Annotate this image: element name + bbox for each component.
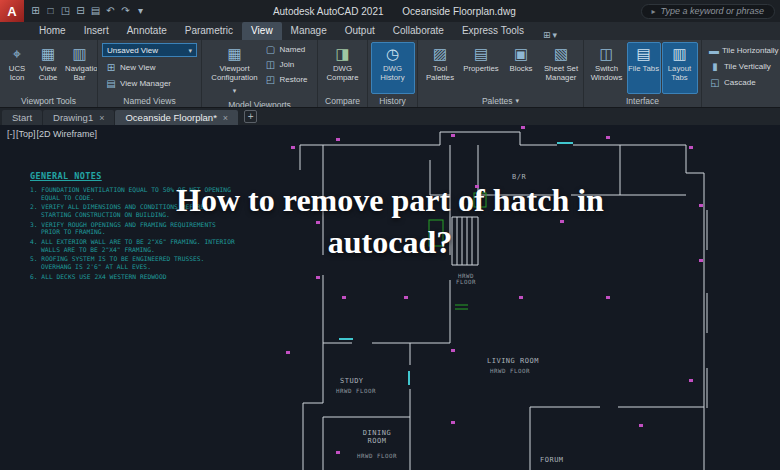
dwg-history-icon: ◷	[386, 45, 399, 62]
sheet-set-manager-button[interactable]: ▧ Sheet Set Manager	[541, 42, 581, 94]
button-label: Viewport Configuration	[209, 64, 259, 82]
tile-vertically-button[interactable]: ▮ Tile Vertically	[706, 59, 776, 74]
dwg-compare-button[interactable]: ◨ DWG Compare	[321, 42, 365, 94]
properties-button[interactable]: ▤ Properties	[461, 42, 501, 94]
panel-compare: ◨ DWG Compare Compare	[318, 40, 368, 107]
panel-viewport-tools: ⌖ UCS Icon ▦ View Cube ▥ Navigation Bar …	[0, 40, 98, 107]
button-label: DWG History	[372, 64, 414, 82]
quick-access-toolbar: ⊞ □ ◳ ⊟ ▤ ↶ ↷ ▾	[28, 0, 148, 22]
tab-insert[interactable]: Insert	[75, 22, 118, 40]
tab-home[interactable]: Home	[30, 22, 75, 40]
view-cube-button[interactable]: ▦ View Cube	[33, 42, 63, 94]
search-box[interactable]: ▸ Type a keyword or phrase	[641, 4, 775, 19]
tab-express-tools[interactable]: Express Tools	[453, 22, 533, 40]
navigation-bar-button[interactable]: ▥ Navigation Bar	[64, 42, 95, 94]
room-label-living: LIVING ROOM	[487, 357, 539, 365]
sheet-set-manager-icon: ▧	[554, 45, 568, 62]
undo-icon[interactable]: ↶	[103, 0, 118, 22]
viewport-menu-control[interactable]: [-]	[7, 129, 15, 139]
button-label: Tool Palettes	[421, 64, 459, 82]
close-icon[interactable]: ×	[223, 113, 228, 123]
ucs-icon-button[interactable]: ⌖ UCS Icon	[2, 42, 32, 94]
tab-manage[interactable]: Manage	[282, 22, 336, 40]
panel-label-text: History	[379, 96, 405, 106]
dwg-history-button[interactable]: ◷ DWG History	[371, 42, 415, 94]
panel-interface: ◫ Switch Windows ▤ File Tabs ▥ Layout Ta…	[584, 40, 702, 107]
room-label-forum: FORUM	[540, 456, 564, 464]
panel-model-viewports: ▦ Viewport Configuration ▾ ▢ Named ◫ Joi…	[202, 40, 318, 107]
join-viewport-button[interactable]: ◫ Join	[261, 57, 310, 72]
viewport-configuration-button[interactable]: ▦ Viewport Configuration ▾	[208, 42, 260, 100]
ribbon: ⌖ UCS Icon ▦ View Cube ▥ Navigation Bar …	[0, 40, 780, 108]
drawing-canvas[interactable]: [-] [Top] [2D Wireframe] GENERAL NOTES 1…	[0, 125, 780, 470]
ucs-icon: ⌖	[13, 45, 21, 62]
button-label: Navigation Bar	[65, 64, 94, 82]
button-label: Layout Tabs	[663, 64, 697, 82]
layout-tabs-button[interactable]: ▥ Layout Tabs	[662, 42, 698, 94]
panel-label-named-views[interactable]: Named Views	[98, 94, 201, 107]
redo-icon[interactable]: ↷	[118, 0, 133, 22]
file-tab-drawing1[interactable]: Drawing1 ×	[43, 110, 114, 125]
panel-label-model-viewports[interactable]: Model Viewports	[202, 100, 317, 107]
panel-label-interface[interactable]: Interface	[584, 94, 701, 107]
tab-output[interactable]: Output	[336, 22, 384, 40]
autocad-logo[interactable]: A	[0, 0, 24, 22]
panel-label-palettes[interactable]: Palettes ▾	[418, 94, 583, 107]
ribbon-display-toggle[interactable]: ⊞ ▾	[539, 30, 561, 40]
restore-viewport-button[interactable]: ◰ Restore	[261, 72, 310, 87]
general-note: 6. ALL DECKS USE 2X4 WESTERN REDWOOD	[30, 273, 238, 281]
tool-palettes-button[interactable]: ▨ Tool Palettes	[420, 42, 460, 94]
panel-label-text: Interface	[626, 96, 659, 106]
file-tab-bar: Start Drawing1 × Oceanside Floorplan* × …	[0, 108, 780, 125]
new-drawing-tab-button[interactable]: +	[244, 110, 257, 123]
panel-named-views: Unsaved View ▾ ⊞ New View ▤ View Manager…	[98, 40, 202, 107]
room-label-dining-floor: HRWD FLOOR	[350, 453, 404, 459]
tab-parametric[interactable]: Parametric	[176, 22, 242, 40]
button-label: Sheet Set Manager	[542, 64, 580, 82]
file-tab-oceanside-floorplan[interactable]: Oceanside Floorplan* ×	[115, 110, 238, 125]
file-tab-start[interactable]: Start	[2, 110, 42, 125]
open-icon[interactable]: ◳	[58, 0, 73, 22]
button-label: File Tabs	[628, 64, 660, 73]
room-label-study: STUDY	[340, 377, 364, 385]
panel-label-text: Compare	[325, 96, 360, 106]
save-icon[interactable]: ⊟	[73, 0, 88, 22]
button-label: Tile Vertically	[724, 62, 771, 71]
panel-label-text: Named Views	[123, 96, 175, 106]
tab-collaborate[interactable]: Collaborate	[384, 22, 453, 40]
tab-annotate[interactable]: Annotate	[118, 22, 176, 40]
close-icon[interactable]: ×	[99, 113, 104, 123]
app-title: Autodesk AutoCAD 2021	[273, 6, 384, 17]
tab-view[interactable]: View	[242, 22, 282, 40]
viewport-visual-style-control[interactable]: [2D Wireframe]	[37, 129, 98, 139]
plot-icon[interactable]: ▤	[88, 0, 103, 22]
view-manager-icon: ▤	[105, 78, 117, 89]
named-viewport-button[interactable]: ▢ Named	[261, 42, 310, 57]
file-tabs-icon: ▤	[636, 45, 650, 62]
switch-windows-button[interactable]: ◫ Switch Windows	[588, 42, 626, 94]
view-combo-value: Unsaved View	[107, 46, 158, 55]
file-tabs-button[interactable]: ▤ File Tabs	[627, 42, 661, 94]
quick-access-dropdown-icon[interactable]: ▾	[133, 0, 148, 22]
question-overlay: How to remove part of hatch in autocad?	[0, 180, 780, 263]
view-combo[interactable]: Unsaved View ▾	[102, 43, 197, 57]
viewport-view-control[interactable]: [Top]	[16, 129, 36, 139]
search-placeholder: Type a keyword or phrase	[661, 6, 764, 16]
blocks-button[interactable]: ▣ Blocks	[502, 42, 540, 94]
tile-horizontally-button[interactable]: ▬ Tile Horizontally	[706, 43, 776, 58]
panel-label-history[interactable]: History	[368, 94, 417, 107]
cascade-button[interactable]: ◱ Cascade	[706, 75, 776, 90]
new-view-button[interactable]: ⊞ New View	[102, 60, 197, 75]
new-file-icon[interactable]: □	[43, 0, 58, 22]
menu-grid-icon[interactable]: ⊞	[28, 0, 43, 22]
panel-label-compare[interactable]: Compare	[318, 94, 367, 107]
switch-windows-icon: ◫	[599, 45, 613, 62]
ribbon-tab-bar: Home Insert Annotate Parametric View Man…	[0, 22, 780, 40]
question-text: How to remove part of hatch in autocad?	[130, 180, 650, 263]
panel-label-viewport-tools[interactable]: Viewport Tools	[0, 94, 97, 107]
button-label: Named	[279, 45, 305, 54]
new-view-icon: ⊞	[105, 62, 117, 73]
view-manager-button[interactable]: ▤ View Manager	[102, 76, 197, 91]
button-label: DWG Compare	[322, 64, 364, 82]
titlebar: A ⊞ □ ◳ ⊟ ▤ ↶ ↷ ▾ Autodesk AutoCAD 2021 …	[0, 0, 780, 22]
